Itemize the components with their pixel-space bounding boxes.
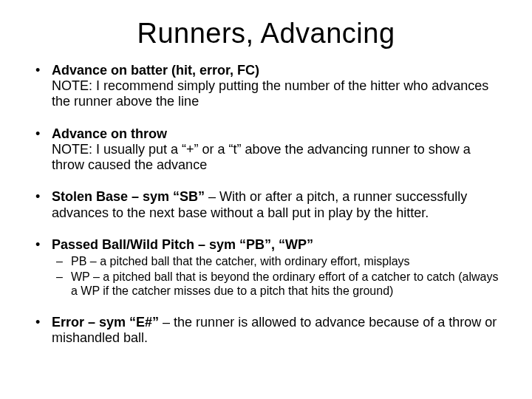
bullet-2-head: Advance on throw — [52, 126, 167, 141]
bullet-4-sublist: PB – a pitched ball that the catcher, wi… — [52, 254, 502, 299]
bullet-4-head: Passed Ball/Wild Pitch – sym “PB”, “WP” — [52, 237, 313, 252]
slide-title: Runners, Advancing — [30, 18, 502, 50]
bullet-2-note: NOTE: I usually put a “+” or a “t” above… — [52, 142, 471, 172]
slide: Runners, Advancing Advance on batter (hi… — [0, 0, 532, 399]
bullet-4: Passed Ball/Wild Pitch – sym “PB”, “WP” … — [30, 237, 502, 299]
bullet-3: Stolen Base – sym “SB” – With or after a… — [30, 189, 502, 220]
bullet-3-head: Stolen Base – sym “SB” — [52, 189, 205, 204]
bullet-5-head: Error – sym “E#” — [52, 315, 159, 330]
bullet-list: Advance on batter (hit, error, FC) NOTE:… — [30, 63, 502, 346]
bullet-5: Error – sym “E#” – the runner is allowed… — [30, 315, 502, 346]
bullet-1: Advance on batter (hit, error, FC) NOTE:… — [30, 63, 502, 110]
bullet-1-head: Advance on batter (hit, error, FC) — [52, 63, 259, 78]
bullet-4-sub-1: PB – a pitched ball that the catcher, wi… — [52, 254, 502, 268]
bullet-1-note: NOTE: I recommend simply putting the num… — [52, 78, 488, 109]
bullet-2: Advance on throw NOTE: I usually put a “… — [30, 126, 502, 174]
bullet-4-sub-2: WP – a pitched ball that is beyond the o… — [52, 270, 502, 298]
